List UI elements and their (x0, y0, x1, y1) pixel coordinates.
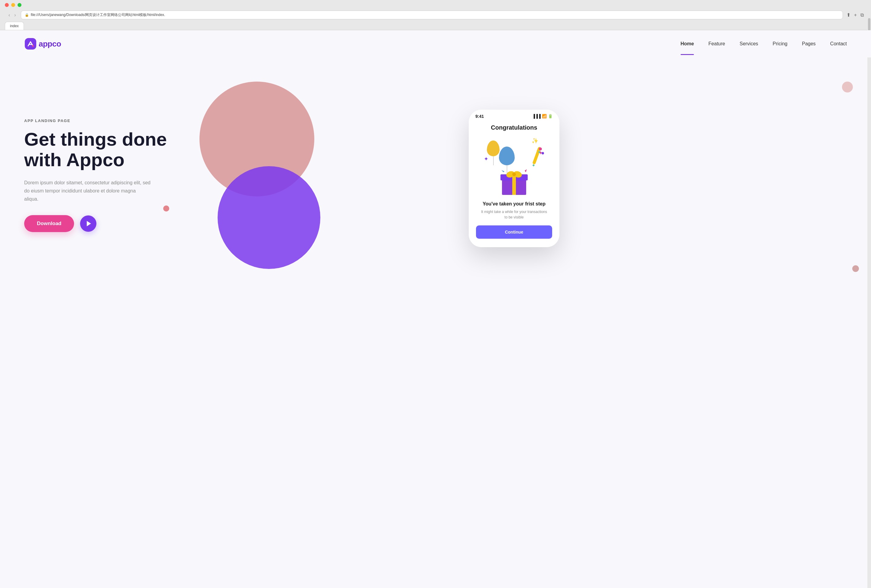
hero-description: Dorem ipsum dolor sitamet, consectetur a… (24, 179, 151, 203)
phone-congratulations: Congratulations (476, 124, 552, 131)
scrollbar[interactable] (867, 0, 871, 588)
browser-titlebar (5, 3, 866, 7)
browser-nav-buttons: ‹ › (7, 12, 17, 18)
nav-link-home[interactable]: Home (681, 41, 694, 46)
phone-status-icons: ▐▐▐ 📶 🔋 (532, 114, 553, 118)
svg-rect-4 (512, 178, 516, 195)
nav-link-pages[interactable]: Pages (802, 41, 816, 46)
svg-point-8 (512, 172, 516, 176)
nav-link-pricing[interactable]: Pricing (773, 41, 787, 46)
browser-tabs: index (5, 22, 866, 30)
sparkle-3: ✦ (484, 156, 488, 162)
browser-right-buttons: ⬆ + ⧉ (847, 12, 864, 18)
browser-address-bar[interactable]: 🔒 file:///Users/janewang/Downloads/网页设计工… (21, 10, 843, 19)
nav-item-feature[interactable]: Feature (708, 41, 725, 46)
browser-toolbar: ‹ › 🔒 file:///Users/janewang/Downloads/网… (5, 9, 866, 21)
new-tab-icon[interactable]: + (854, 12, 857, 18)
share-icon[interactable]: ⬆ (847, 12, 850, 18)
phone-mockup: 9:41 ▐▐▐ 📶 🔋 Congratulations (469, 110, 560, 247)
address-text: file:///Users/janewang/Downloads/网页设计工作室… (31, 12, 839, 18)
hero-content: APP LANDING PAGE Get things done with Ap… (24, 118, 181, 232)
hero-actions: Download (24, 215, 181, 232)
browser-chrome: ‹ › 🔒 file:///Users/janewang/Downloads/网… (0, 0, 871, 30)
download-button[interactable]: Download (24, 215, 74, 232)
nav-link-contact[interactable]: Contact (830, 41, 847, 46)
gift-box-svg (499, 168, 529, 195)
gift-scene: ✨ ✦ ✦ ⬥ (484, 138, 544, 195)
sparkle-1: ✨ (531, 138, 538, 144)
lock-icon: 🔒 (25, 13, 29, 17)
nav-links: Home Feature Services Pricing Pages Cont… (681, 41, 847, 46)
phone-illustration: ✨ ✦ ✦ ⬥ (476, 136, 552, 196)
nav-link-feature[interactable]: Feature (708, 41, 725, 46)
phone-status-bar: 9:41 ▐▐▐ 📶 🔋 (469, 110, 560, 121)
hero-title: Get things done with Appco (24, 129, 181, 170)
hero-section: APP LANDING PAGE Get things done with Ap… (0, 57, 871, 275)
logo-text: appco (39, 39, 61, 49)
phone-step-title: You've taken your frist step (476, 201, 552, 206)
nav-item-home[interactable]: Home (681, 41, 694, 46)
signal-icon: ▐▐▐ (532, 114, 541, 118)
active-tab[interactable]: index (5, 22, 24, 30)
forward-button[interactable]: › (13, 12, 17, 18)
battery-icon: 🔋 (548, 114, 553, 118)
logo-icon (24, 37, 37, 50)
nav-item-pages[interactable]: Pages (802, 41, 816, 46)
blob-purple (218, 166, 320, 269)
svg-point-13 (542, 152, 544, 154)
traffic-light-yellow[interactable] (11, 3, 15, 7)
nav-item-services[interactable]: Services (739, 41, 758, 46)
hero-title-line1: Get things done (24, 129, 167, 150)
dot-top-right (842, 82, 853, 93)
traffic-light-green[interactable] (18, 3, 21, 7)
nav-link-services[interactable]: Services (739, 41, 758, 46)
balloon-yellow (487, 141, 500, 165)
svg-rect-0 (25, 38, 36, 49)
hero-label: APP LANDING PAGE (24, 118, 181, 123)
phone-content: Congratulations ✨ ✦ ✦ ⬥ (469, 121, 560, 247)
svg-text:★: ★ (536, 148, 540, 153)
back-button[interactable]: ‹ (7, 12, 11, 18)
phone-step-desc: It might take a while for your transacti… (476, 209, 552, 220)
phone-time: 9:41 (475, 114, 484, 119)
nav-item-pricing[interactable]: Pricing (773, 41, 787, 46)
dot-bottom-right (852, 265, 859, 272)
traffic-light-red[interactable] (5, 3, 9, 7)
wifi-icon: 📶 (542, 114, 547, 118)
svg-point-1 (32, 45, 34, 47)
tabs-icon[interactable]: ⧉ (861, 12, 864, 18)
party-popper-svg: ★ (528, 147, 544, 171)
phone-continue-button[interactable]: Continue (476, 225, 552, 239)
navbar: appco Home Feature Services Pricing Page… (0, 30, 871, 57)
logo[interactable]: appco (24, 37, 61, 50)
hero-title-line2: with Appco (24, 149, 124, 170)
svg-marker-10 (501, 170, 504, 172)
hero-visual: 9:41 ▐▐▐ 📶 🔋 Congratulations (181, 76, 847, 275)
svg-marker-9 (525, 169, 527, 172)
nav-item-contact[interactable]: Contact (830, 41, 847, 46)
page-wrapper: appco Home Feature Services Pricing Page… (0, 30, 871, 588)
play-button[interactable] (80, 215, 96, 232)
